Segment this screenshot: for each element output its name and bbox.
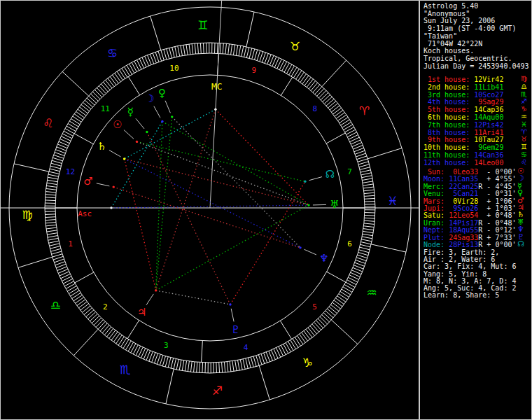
sign-boundary-line xyxy=(14,164,49,172)
degree-tick xyxy=(165,357,168,367)
mars-icon: ♂ xyxy=(83,175,92,188)
aries-icon: ♈ xyxy=(521,129,527,136)
mercury-icon: ☿ xyxy=(127,106,134,118)
house-label: 6th house: xyxy=(424,113,470,121)
degree-tick xyxy=(46,220,56,220)
venus-dot xyxy=(171,115,173,118)
degree-tick xyxy=(364,223,374,224)
degree-tick xyxy=(216,363,217,373)
house-number-7: 7 xyxy=(347,167,352,176)
sign-boundary-line xyxy=(150,16,161,50)
degree-tick xyxy=(363,187,374,188)
moon-pointer-line xyxy=(154,106,160,118)
capricorn-icon: ♑ xyxy=(302,356,313,370)
degree-tick xyxy=(298,72,304,80)
degree-tick xyxy=(185,360,186,371)
degree-tick xyxy=(241,46,244,57)
degree-tick xyxy=(364,190,374,191)
scorpio-icon: ♏ xyxy=(521,91,527,98)
degree-tick xyxy=(326,99,334,106)
degree-tick xyxy=(302,76,309,84)
degree-tick xyxy=(84,308,92,315)
taurus-icon: ♉ xyxy=(290,39,300,53)
aspect-line-asc-moon xyxy=(111,122,162,208)
degree-tick xyxy=(248,358,251,368)
degree-tick xyxy=(116,335,122,344)
planet-velocity: + 0°00' xyxy=(482,241,516,248)
house-row: 12th house: 14Leo00♌ xyxy=(424,160,532,167)
libra-icon: ♎ xyxy=(50,298,61,312)
degree-tick xyxy=(230,361,231,372)
degree-tick xyxy=(356,153,366,157)
summary-line-7: Learn: 8, Share: 5 xyxy=(424,292,532,299)
degree-tick xyxy=(340,291,349,297)
degree-tick xyxy=(49,244,59,246)
pluto-dot xyxy=(229,303,231,305)
sign-boundary-line xyxy=(259,365,270,400)
neptune-icon: ♆ xyxy=(319,252,328,265)
saturn-dot xyxy=(123,158,125,160)
degree-tick xyxy=(342,122,351,127)
degree-tick xyxy=(106,328,113,337)
planet-velocity: - 0°48' xyxy=(482,219,516,227)
aspect-line-venus-neptune xyxy=(172,117,300,248)
degree-tick xyxy=(328,309,335,316)
degree-tick xyxy=(83,102,91,109)
degree-tick xyxy=(358,159,368,162)
degree-tick xyxy=(50,169,60,172)
degree-tick xyxy=(188,361,189,372)
degree-tick xyxy=(365,218,375,218)
node-icon: ☊ xyxy=(517,241,524,248)
house-cusp-line-12 xyxy=(74,134,93,144)
degree-tick xyxy=(157,354,160,364)
degree-tick xyxy=(364,192,374,193)
sign-boundary-line xyxy=(166,369,174,404)
degree-tick xyxy=(55,262,65,265)
jupiter-pointer-line xyxy=(146,294,153,305)
degree-tick xyxy=(251,357,253,367)
degree-tick xyxy=(320,316,328,324)
house-label: 4th house: xyxy=(424,98,470,106)
planet-position-value: 0Vir28 xyxy=(449,197,478,205)
planet-velocity: - 0°31' xyxy=(482,190,516,197)
degree-tick xyxy=(87,98,94,105)
degree-tick xyxy=(47,180,57,182)
house-number-12: 12 xyxy=(66,167,75,176)
moon-dot xyxy=(161,120,163,122)
planet-position-value: 22Can25 xyxy=(449,183,478,190)
degree-tick xyxy=(76,111,84,118)
degree-tick xyxy=(88,312,95,319)
degree-tick xyxy=(363,231,373,232)
degree-tick xyxy=(258,355,262,365)
degree-tick xyxy=(340,117,349,122)
degree-tick xyxy=(239,46,241,56)
degree-tick xyxy=(362,237,372,239)
degree-tick xyxy=(121,338,127,347)
degree-tick xyxy=(158,51,162,61)
degree-tick xyxy=(52,254,62,257)
degree-tick xyxy=(90,94,98,101)
house-cusp-value: 14Cap36 xyxy=(474,106,503,113)
degree-tick xyxy=(112,75,118,83)
degree-tick xyxy=(92,316,99,323)
degree-tick xyxy=(127,65,132,74)
planet-velocity: - 4°45' xyxy=(482,183,516,190)
degree-tick xyxy=(78,302,87,308)
house-cusp-value: 10Tau27 xyxy=(474,136,503,144)
venus-icon: ♀ xyxy=(158,87,166,99)
degree-tick xyxy=(317,88,324,96)
degree-tick xyxy=(46,222,56,223)
degree-tick xyxy=(115,73,121,81)
degree-tick xyxy=(339,294,347,300)
degree-tick xyxy=(295,337,300,346)
degree-tick xyxy=(364,220,374,221)
degree-tick xyxy=(109,330,115,339)
degree-tick xyxy=(293,69,299,78)
sign-boundary-line xyxy=(368,148,402,159)
degree-tick xyxy=(361,239,372,241)
planet-velocity: - 0°00' xyxy=(482,168,516,176)
planet-position-value: 9Sco26 xyxy=(449,204,478,212)
degree-tick xyxy=(321,92,328,99)
degree-tick xyxy=(262,52,265,62)
degree-tick xyxy=(296,71,302,79)
